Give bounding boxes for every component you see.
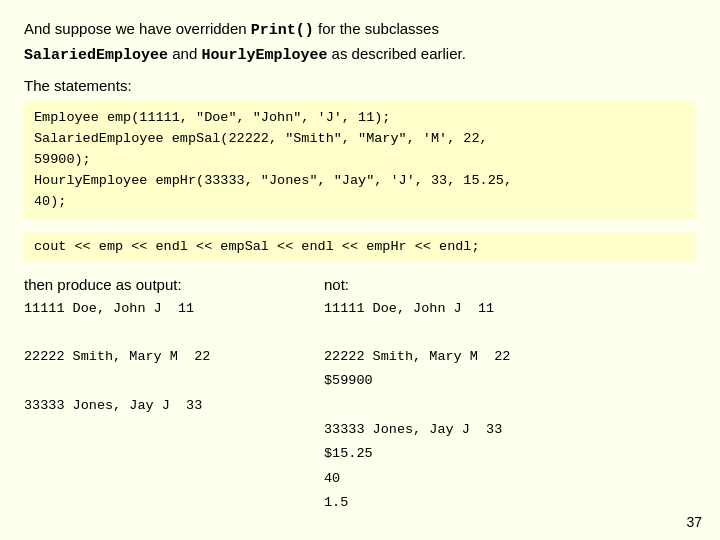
right-line-2 (324, 321, 696, 345)
code-line-5: 40); (34, 194, 66, 209)
right-output-code: 11111 Doe, John J 11 22222 Smith, Mary M… (324, 297, 696, 516)
intro-text-part1: And suppose we have overridden (24, 20, 251, 37)
intro-paragraph: And suppose we have overridden Print() f… (24, 18, 696, 67)
intro-code2: SalariedEmployee (24, 47, 168, 64)
right-line-7: $15.25 (324, 442, 696, 466)
right-line-8: 40 (324, 467, 696, 491)
output-section: then produce as output: 11111 Doe, John … (24, 276, 696, 516)
left-line-1: 11111 Doe, John J 11 (24, 297, 314, 321)
code-block: Employee emp(11111, "Doe", "John", 'J', … (24, 102, 696, 219)
cout-line: cout << emp << endl << empSal << endl <<… (34, 239, 480, 254)
code-line-1: Employee emp(11111, "Doe", "John", 'J', … (34, 110, 390, 125)
left-line-4 (24, 369, 314, 393)
cout-block: cout << emp << endl << empSal << endl <<… (24, 233, 696, 262)
left-output-code: 11111 Doe, John J 11 22222 Smith, Mary M… (24, 297, 314, 418)
right-line-4: $59900 (324, 369, 696, 393)
intro-text-end: as described earlier. (327, 45, 465, 62)
then-produce-label: then produce as output: (24, 276, 314, 293)
code-line-3: 59900); (34, 152, 91, 167)
left-line-5: 33333 Jones, Jay J 33 (24, 394, 314, 418)
intro-text-part1b: for the subclasses (314, 20, 439, 37)
output-left: then produce as output: 11111 Doe, John … (24, 276, 324, 516)
left-line-2 (24, 321, 314, 345)
code-line-4: HourlyEmployee empHr(33333, "Jones", "Ja… (34, 173, 512, 188)
not-label: not: (324, 276, 696, 293)
right-line-5 (324, 394, 696, 418)
right-line-9: 1.5 (324, 491, 696, 515)
intro-text-mid: and (168, 45, 201, 62)
statements-label: The statements: (24, 77, 696, 94)
output-right: not: 11111 Doe, John J 11 22222 Smith, M… (324, 276, 696, 516)
right-line-6: 33333 Jones, Jay J 33 (324, 418, 696, 442)
right-line-3: 22222 Smith, Mary M 22 (324, 345, 696, 369)
intro-code3: HourlyEmployee (201, 47, 327, 64)
intro-code1: Print() (251, 22, 314, 39)
code-line-2: SalariedEmployee empSal(22222, "Smith", … (34, 131, 488, 146)
page-number: 37 (686, 514, 702, 530)
right-line-1: 11111 Doe, John J 11 (324, 297, 696, 321)
left-line-3: 22222 Smith, Mary M 22 (24, 345, 314, 369)
